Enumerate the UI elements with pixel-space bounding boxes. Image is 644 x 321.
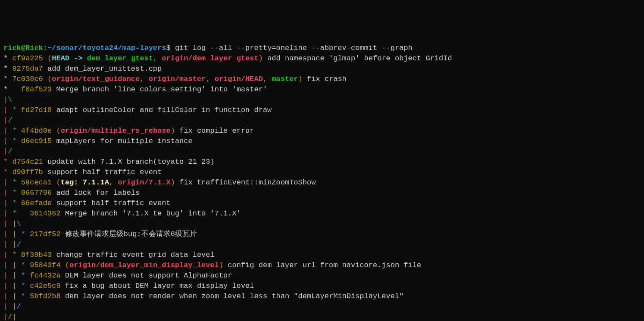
git-log-line: * cf9a225 (HEAD -> dem_layer_gtest, orig… — [3, 53, 641, 64]
terminal-output: rick@Rick:~/sonar/toyota24/map-layers$ g… — [3, 43, 641, 321]
git-log-segment: support half traffic event — [47, 168, 162, 176]
git-log-line: * d754c21 update with 7.1.X branch(toyat… — [3, 157, 641, 167]
git-log-segment: fix crash — [303, 75, 347, 83]
git-log-segment: fd27d18 — [21, 106, 56, 114]
git-log-segment — [21, 240, 30, 249]
git-log-segment: | — [12, 302, 16, 311]
git-log-segment: * — [12, 106, 21, 114]
git-log-segment: 0667796 — [21, 189, 56, 197]
git-log-segment: * — [3, 85, 21, 93]
git-log-segment: 3614362 — [30, 209, 65, 218]
git-log-segment: 4f4bd0e — [21, 127, 56, 135]
git-log-segment: | — [3, 302, 12, 311]
git-log-segment: ) — [298, 75, 303, 83]
git-log-segment: add namespace 'glmap' before object Grid… — [263, 54, 452, 62]
git-log-segment: , — [140, 75, 148, 83]
git-log-segment: | — [3, 230, 12, 238]
git-log-segment: mapLayers for multiple instance — [56, 137, 192, 145]
git-log-segment: ( — [56, 127, 60, 135]
git-log-line: * f0af523 Merge branch 'line_colors_sett… — [3, 84, 641, 95]
git-log-segment: 59ceca1 — [21, 178, 56, 187]
git-log-line: * d90ff7b support half traffic event — [3, 167, 641, 178]
git-log-segment: * — [12, 137, 21, 145]
git-log-segment: * — [21, 271, 30, 280]
git-log-segment: * — [12, 199, 21, 207]
git-log-segment: * — [3, 168, 12, 176]
git-log-segment: d6ec915 — [21, 137, 56, 145]
git-log-segment: * — [21, 292, 30, 300]
git-log-segment: , — [263, 75, 272, 83]
git-log-segment — [12, 147, 21, 156]
git-log-segment: dem_layer_gtest — [87, 54, 153, 62]
git-log-line: | * 59ceca1 (tag: 7.1.1A, origin/7.1.X) … — [3, 178, 641, 188]
git-log-segment: master — [272, 75, 298, 83]
git-log-segment: d90ff7b — [12, 168, 47, 176]
git-log-segment: / — [8, 147, 12, 156]
git-log-segment: change traffic event grid data level — [56, 251, 214, 259]
prompt-command[interactable]: git log --all --pretty=oneline --abbrev-… — [175, 44, 413, 52]
git-log-segment: | — [12, 292, 21, 300]
git-log-line: | | * fc4432a DEM layer does not support… — [3, 271, 641, 281]
git-log-segment: / — [8, 313, 12, 321]
git-log-line: | | * 5bfd2b8 dem layer does not render … — [3, 291, 641, 302]
git-log-segment: | — [3, 261, 12, 269]
git-log-line: * 9275da7 add dem_layer_unittest.cpp — [3, 64, 641, 74]
git-log-line: | * d6ec915 mapLayers for multiple insta… — [3, 136, 641, 146]
git-log-segment: \ — [8, 96, 12, 104]
git-log-segment: * — [12, 178, 21, 187]
git-log-segment: ( — [65, 261, 69, 269]
git-log-segment: | — [12, 230, 21, 238]
git-log-segment: adapt outlineColor and fillColor in func… — [56, 106, 272, 114]
git-log-segment: Merge branch '7.1.X_te_bug' into '7.1.X' — [65, 209, 241, 218]
git-log-line: |/ — [3, 115, 641, 126]
git-log-segment: | — [3, 271, 12, 280]
git-log-segment: | — [3, 106, 12, 114]
git-log-segment: support half traffic event — [56, 199, 170, 207]
git-log-segment — [21, 302, 30, 311]
git-log-segment: fix compile error — [175, 127, 254, 135]
git-log-line: | * 0667796 add lock for labels — [3, 188, 641, 198]
git-log-segment: origin/multiple_rs_rebase — [61, 127, 171, 135]
git-log-segment: origin/text_guidance — [52, 75, 140, 83]
git-log-segment: | — [3, 209, 12, 218]
git-log-segment: fix trafficEvent::minZoomToShow — [175, 178, 316, 187]
git-log-segment: * — [21, 282, 30, 290]
git-log-segment: DEM layer does not support AlphaFactor — [65, 271, 232, 280]
git-log-segment: * — [3, 54, 12, 62]
git-log-segment: cf9a225 — [12, 54, 47, 62]
prompt-dollar: $ — [166, 44, 175, 52]
git-log-segment: * — [3, 158, 12, 166]
git-log-segment: | — [12, 261, 21, 269]
git-log-segment: ( — [56, 178, 60, 187]
git-log-segment: | — [3, 178, 12, 187]
git-log-segment: | — [12, 282, 21, 290]
git-log-segment: 5bfd2b8 — [30, 292, 65, 300]
git-log-line: | | * 217df52 修改事件请求层级bug:不会请求6级瓦片 — [3, 229, 641, 240]
git-log-segment: origin/dem_layer_gtest — [162, 54, 258, 62]
git-log-segment: ) — [171, 127, 175, 135]
git-log-segment: 9275da7 — [12, 65, 47, 73]
git-log-segment: / — [17, 302, 21, 311]
git-log-segment: 修改事件请求层级bug:不会请求6级瓦片 — [65, 230, 197, 238]
git-log-segment: 8f39b43 — [21, 251, 56, 259]
git-log-segment: | — [3, 313, 8, 321]
git-log-segment: | — [3, 199, 12, 207]
git-log-segment: add dem_layer_unittest.cpp — [47, 65, 162, 73]
git-log-segment: f0af523 — [21, 85, 56, 93]
prompt-userhost: rick@Rick — [3, 44, 43, 52]
prompt-path: ~/sonar/toyota24/map-layers — [47, 44, 166, 52]
git-log-segment: , — [153, 54, 162, 62]
git-log-segment: | — [3, 251, 12, 259]
git-log-segment: update with 7.1.X branch(toyato 21 23) — [47, 158, 215, 166]
git-log-line: | | * c42e5c9 fix a bug about DEM layer … — [3, 281, 641, 291]
git-log-segment: fc4432a — [30, 271, 65, 280]
git-log-segment: | — [3, 127, 12, 135]
git-log-segment — [12, 96, 21, 104]
git-log-segment: fix a bug about DEM layer max display le… — [65, 282, 254, 290]
git-log-line: | * 3614362 Merge branch '7.1.X_te_bug' … — [3, 209, 641, 219]
git-log-segment: d754c21 — [12, 158, 47, 166]
git-log-segment — [21, 220, 30, 228]
git-log-segment: * — [21, 261, 30, 269]
git-log-segment: , — [206, 75, 214, 83]
git-log-segment: | — [12, 313, 16, 321]
